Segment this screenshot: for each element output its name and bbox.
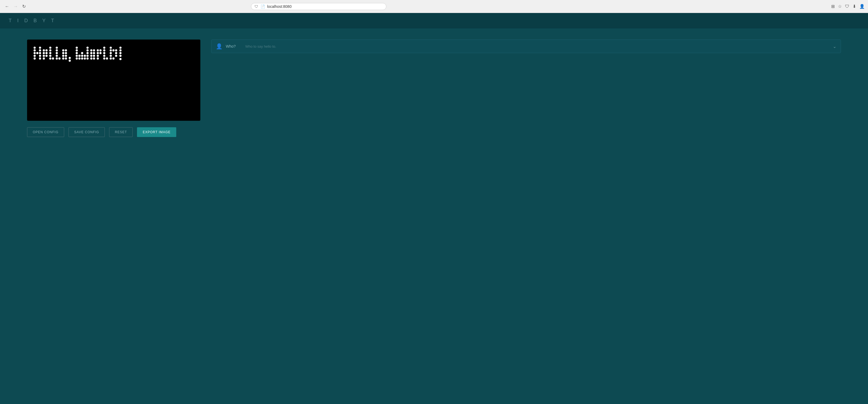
svg-point-42	[75, 52, 78, 54]
address-bar[interactable]: 🛡 📄 localhost:8080	[251, 3, 386, 10]
svg-point-29	[59, 57, 61, 60]
config-panel: 👤 Who? Who to say hello to. ⌄	[211, 39, 841, 53]
svg-point-60	[93, 52, 95, 54]
svg-point-25	[56, 49, 58, 52]
svg-point-75	[103, 57, 105, 60]
person-icon: 👤	[216, 43, 222, 50]
profile-icon[interactable]: 👤	[859, 4, 865, 9]
dropdown-arrow-icon[interactable]: ⌄	[833, 44, 836, 49]
svg-point-44	[75, 57, 78, 60]
svg-point-48	[81, 55, 83, 57]
svg-point-46	[78, 57, 81, 60]
svg-point-2	[34, 52, 36, 54]
svg-point-28	[56, 57, 58, 60]
url-text: localhost:8080	[267, 4, 383, 9]
svg-point-83	[115, 49, 117, 52]
svg-point-43	[75, 55, 78, 57]
svg-point-9	[39, 55, 41, 57]
svg-point-68	[97, 57, 99, 60]
svg-point-35	[65, 55, 67, 57]
svg-point-54	[86, 52, 89, 54]
svg-point-12	[45, 49, 48, 52]
extensions-icon[interactable]: ⊞	[831, 4, 835, 9]
svg-point-45	[78, 55, 81, 57]
svg-point-85	[115, 55, 117, 57]
reset-button[interactable]: RESET	[109, 127, 133, 137]
svg-point-11	[43, 49, 45, 52]
svg-point-32	[62, 52, 64, 54]
svg-point-34	[62, 55, 64, 57]
svg-point-62	[93, 55, 95, 57]
svg-point-52	[86, 46, 89, 49]
back-button[interactable]: ←	[3, 3, 11, 10]
svg-point-41	[75, 49, 78, 52]
main-content: OPEN CONFIG SAVE CONFIG RESET EXPORT IMA…	[0, 29, 868, 148]
svg-point-61	[90, 55, 92, 57]
save-config-button[interactable]: SAVE CONFIG	[68, 127, 105, 137]
svg-point-31	[65, 49, 67, 52]
svg-point-47	[81, 52, 83, 54]
svg-point-51	[84, 57, 86, 60]
config-field-label: Who?	[226, 44, 242, 49]
svg-point-8	[39, 52, 41, 54]
svg-point-70	[99, 52, 101, 54]
reload-button[interactable]: ↻	[21, 3, 27, 10]
svg-point-64	[93, 57, 95, 60]
svg-point-63	[90, 57, 92, 60]
pixel-display	[27, 39, 200, 121]
open-config-button[interactable]: OPEN CONFIG	[27, 127, 64, 137]
svg-point-17	[43, 57, 45, 60]
svg-point-39	[69, 60, 71, 62]
security-icon: 🛡	[254, 4, 258, 9]
svg-point-21	[49, 55, 52, 57]
forward-button[interactable]: →	[12, 3, 20, 10]
svg-point-79	[110, 52, 112, 54]
svg-point-20	[49, 52, 52, 54]
svg-point-24	[56, 46, 58, 49]
dot-matrix-display	[31, 45, 196, 69]
svg-point-23	[52, 57, 54, 60]
config-field-placeholder: Who to say hello to.	[245, 44, 830, 49]
export-image-button[interactable]: EXPORT IMAGE	[137, 127, 176, 137]
svg-point-66	[97, 52, 99, 54]
svg-point-67	[97, 55, 99, 57]
config-row-who[interactable]: 👤 Who? Who to say hello to. ⌄	[211, 39, 841, 53]
nav-buttons: ← → ↻	[3, 3, 27, 10]
svg-point-30	[62, 49, 64, 52]
svg-point-5	[36, 52, 38, 54]
svg-point-49	[81, 57, 83, 60]
display-section: OPEN CONFIG SAVE CONFIG RESET EXPORT IMA…	[27, 39, 200, 137]
svg-point-19	[49, 49, 52, 52]
svg-point-38	[69, 57, 71, 59]
svg-point-59	[90, 52, 92, 54]
svg-point-15	[43, 55, 45, 57]
svg-point-90	[119, 55, 122, 57]
svg-point-10	[39, 57, 41, 60]
shield-icon[interactable]: 🛡	[845, 4, 849, 9]
svg-point-82	[112, 49, 115, 52]
page-icon: 📄	[260, 4, 265, 9]
svg-point-86	[112, 57, 115, 60]
svg-point-40	[75, 46, 78, 49]
svg-point-4	[34, 57, 36, 60]
svg-point-18	[49, 46, 52, 49]
button-row: OPEN CONFIG SAVE CONFIG RESET EXPORT IMA…	[27, 127, 200, 137]
svg-point-58	[93, 49, 95, 52]
svg-point-1	[34, 49, 36, 52]
svg-point-14	[45, 52, 48, 54]
svg-point-27	[56, 55, 58, 57]
svg-point-74	[103, 55, 105, 57]
svg-point-81	[110, 57, 112, 60]
svg-point-84	[115, 52, 117, 54]
svg-point-56	[86, 57, 89, 60]
download-icon[interactable]: ⬇	[852, 4, 856, 9]
svg-point-26	[56, 52, 58, 54]
svg-point-87	[119, 46, 122, 49]
bookmark-icon[interactable]: ☆	[838, 4, 842, 9]
svg-point-71	[103, 46, 105, 49]
svg-point-53	[86, 49, 89, 52]
svg-point-88	[119, 49, 122, 52]
svg-point-7	[39, 49, 41, 52]
svg-point-80	[110, 55, 112, 57]
svg-point-33	[65, 52, 67, 54]
